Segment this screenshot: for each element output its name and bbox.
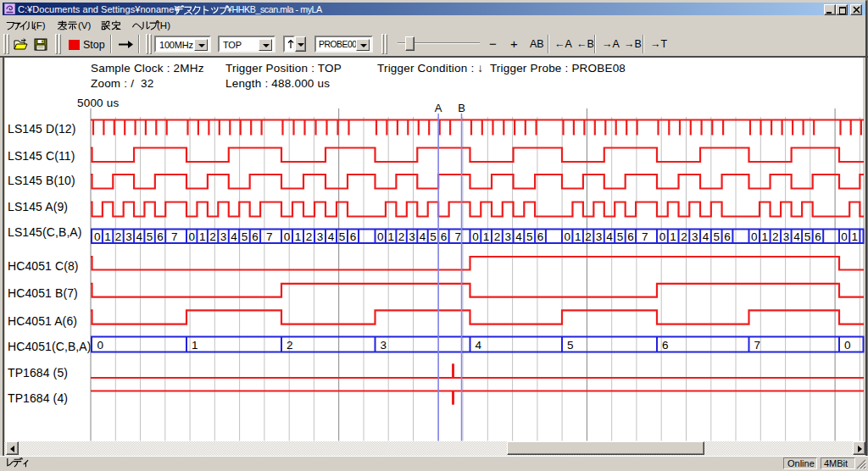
svg-text:0: 0 <box>97 339 104 352</box>
svg-text:A: A <box>435 102 442 114</box>
svg-text:7: 7 <box>454 230 461 243</box>
svg-text:2: 2 <box>494 230 501 243</box>
svg-text:7: 7 <box>754 339 761 352</box>
svg-text:1: 1 <box>852 230 859 243</box>
svg-text:5: 5 <box>430 230 437 243</box>
svg-text:3: 3 <box>692 230 698 243</box>
svg-text:0: 0 <box>564 230 570 243</box>
svg-text:4: 4 <box>793 230 800 243</box>
svg-text:4: 4 <box>703 230 709 243</box>
svg-text:5: 5 <box>147 230 153 243</box>
svg-text:6: 6 <box>441 230 448 243</box>
svg-text:1: 1 <box>483 230 490 243</box>
svg-text:4: 4 <box>136 230 142 243</box>
svg-text:6: 6 <box>350 230 357 243</box>
svg-text:B: B <box>458 102 465 114</box>
svg-text:1: 1 <box>199 230 206 243</box>
svg-text:5: 5 <box>804 230 811 243</box>
svg-text:0: 0 <box>377 230 384 243</box>
svg-text:6: 6 <box>627 230 634 243</box>
svg-text:0: 0 <box>751 230 758 243</box>
svg-text:0: 0 <box>841 230 848 243</box>
svg-text:7: 7 <box>266 230 273 243</box>
svg-text:0: 0 <box>472 230 479 243</box>
svg-text:5: 5 <box>526 230 533 243</box>
svg-text:1: 1 <box>762 230 769 243</box>
svg-text:3: 3 <box>125 230 132 243</box>
svg-text:3: 3 <box>596 230 603 243</box>
svg-text:2: 2 <box>306 230 313 243</box>
svg-text:6: 6 <box>815 230 821 243</box>
svg-text:4: 4 <box>231 230 237 243</box>
svg-text:6: 6 <box>662 339 669 352</box>
svg-text:5: 5 <box>339 230 346 243</box>
svg-text:2: 2 <box>398 230 405 243</box>
svg-text:0: 0 <box>284 230 291 243</box>
svg-text:2: 2 <box>772 230 779 243</box>
svg-text:6: 6 <box>157 230 164 243</box>
svg-text:6: 6 <box>724 230 731 243</box>
svg-text:7: 7 <box>642 230 648 243</box>
svg-text:1: 1 <box>192 339 198 352</box>
svg-text:3: 3 <box>409 230 415 243</box>
svg-text:3: 3 <box>783 230 790 243</box>
svg-text:1: 1 <box>387 230 394 243</box>
svg-text:3: 3 <box>381 339 387 352</box>
svg-text:2: 2 <box>287 339 293 352</box>
svg-text:5: 5 <box>713 230 720 243</box>
svg-text:5: 5 <box>242 230 248 243</box>
svg-text:4: 4 <box>476 339 482 352</box>
svg-text:4: 4 <box>515 230 522 243</box>
svg-text:4: 4 <box>420 230 426 243</box>
svg-text:4: 4 <box>606 230 613 243</box>
svg-text:4: 4 <box>328 230 335 243</box>
svg-text:1: 1 <box>670 230 676 243</box>
svg-text:1: 1 <box>104 230 111 243</box>
svg-text:3: 3 <box>504 230 511 243</box>
svg-text:1: 1 <box>295 230 302 243</box>
svg-text:3: 3 <box>317 230 324 243</box>
svg-text:0: 0 <box>188 230 195 243</box>
svg-text:2: 2 <box>681 230 687 243</box>
svg-text:0: 0 <box>659 230 666 243</box>
svg-text:7: 7 <box>171 230 178 243</box>
svg-text:5: 5 <box>567 339 574 352</box>
svg-text:1: 1 <box>575 230 581 243</box>
svg-text:0: 0 <box>844 339 851 352</box>
svg-text:3: 3 <box>220 230 227 243</box>
svg-text:6: 6 <box>537 230 544 243</box>
svg-text:0: 0 <box>94 230 101 243</box>
svg-text:6: 6 <box>252 230 259 243</box>
svg-text:2: 2 <box>209 230 216 243</box>
svg-text:2: 2 <box>115 230 122 243</box>
svg-text:5: 5 <box>617 230 624 243</box>
svg-text:2: 2 <box>585 230 592 243</box>
